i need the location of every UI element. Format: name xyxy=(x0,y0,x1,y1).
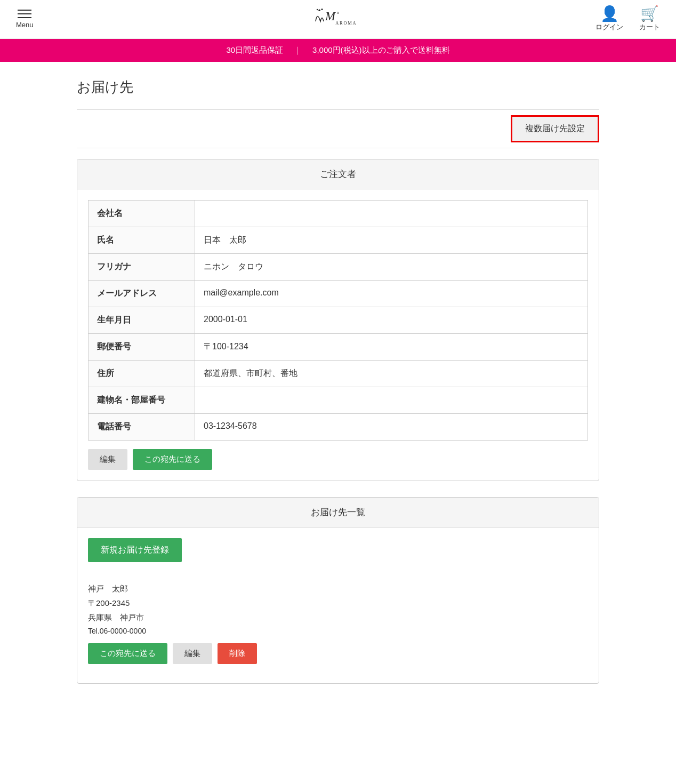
edit-address-button[interactable]: 編集 xyxy=(173,643,212,664)
field-label: 郵便番号 xyxy=(88,334,195,361)
field-value: 〒100-1234 xyxy=(195,334,588,361)
hamburger-icon xyxy=(18,10,31,18)
multi-delivery-button[interactable]: 複数届け先設定 xyxy=(511,115,599,142)
multi-delivery-row: 複数届け先設定 xyxy=(77,109,599,148)
field-value: 03-1234-5678 xyxy=(195,414,588,441)
field-value xyxy=(195,387,588,414)
banner-text2: 3,000円(税込)以上のご購入で送料無料 xyxy=(312,45,450,55)
site-logo[interactable]: M R AROMA xyxy=(306,6,370,33)
field-label: フリガナ xyxy=(88,254,195,281)
order-edit-button[interactable]: 編集 xyxy=(88,449,127,470)
address-name: 神戸 太郎 xyxy=(88,581,588,596)
table-row: 郵便番号 〒100-1234 xyxy=(88,334,588,361)
delivery-section-header: お届け先一覧 xyxy=(77,498,599,527)
banner-divider: ｜ xyxy=(294,45,302,55)
main-content: お届け先 複数届け先設定 ご注文者 会社名 氏名 日本 太郎 フリガナ ニホン … xyxy=(66,62,610,732)
ship-here-button[interactable]: この宛先に送る xyxy=(88,643,167,664)
svg-point-5 xyxy=(317,9,318,10)
table-row: 生年月日 2000-01-01 xyxy=(88,307,588,334)
order-info-table: 会社名 氏名 日本 太郎 フリガナ ニホン タロウ メールアドレス mail@e… xyxy=(88,200,588,441)
order-section-header: ご注文者 xyxy=(77,159,599,189)
login-button[interactable]: 👤 ログイン xyxy=(595,6,623,32)
field-value xyxy=(195,201,588,227)
field-value: mail@example.com xyxy=(195,281,588,307)
order-section: ご注文者 会社名 氏名 日本 太郎 フリガナ ニホン タロウ メールアドレス m… xyxy=(77,159,599,481)
svg-text:R: R xyxy=(337,11,340,14)
delivery-section: お届け先一覧 新規お届け先登録 神戸 太郎 〒200-2345 兵庫県 神戸市 … xyxy=(77,497,599,684)
svg-point-3 xyxy=(318,9,320,11)
field-label: 会社名 xyxy=(88,201,195,227)
table-row: 電話番号 03-1234-5678 xyxy=(88,414,588,441)
header-actions: 👤 ログイン 🛒 カート xyxy=(595,6,660,32)
svg-text:AROMA: AROMA xyxy=(335,21,357,26)
field-label: 建物名・部屋番号 xyxy=(88,387,195,414)
field-label: 電話番号 xyxy=(88,414,195,441)
promo-banner: 30日間返品保証 ｜ 3,000円(税込)以上のご購入で送料無料 xyxy=(0,39,676,62)
order-action-buttons: 編集 この宛先に送る xyxy=(88,449,588,470)
address-tel: Tel.06-0000-0000 xyxy=(88,625,588,638)
table-row: 住所 都道府県、市町村、番地 xyxy=(88,361,588,387)
delete-address-button[interactable]: 削除 xyxy=(218,643,257,664)
login-label: ログイン xyxy=(595,22,623,32)
menu-label: Menu xyxy=(16,21,34,29)
table-row: 氏名 日本 太郎 xyxy=(88,227,588,254)
field-label: メールアドレス xyxy=(88,281,195,307)
logo-svg: M R AROMA xyxy=(306,6,370,33)
cart-icon: 🛒 xyxy=(640,6,659,21)
svg-text:M: M xyxy=(325,10,336,23)
register-delivery-button[interactable]: 新規お届け先登録 xyxy=(88,538,182,562)
address-postal: 〒200-2345 xyxy=(88,596,588,610)
site-header: Menu M R AROMA 👤 ログイン 🛒 カート xyxy=(0,0,676,39)
cart-label: カート xyxy=(639,22,660,32)
field-value: ニホン タロウ xyxy=(195,254,588,281)
menu-button[interactable]: Menu xyxy=(16,10,34,29)
address-city: 兵庫県 神戸市 xyxy=(88,610,588,625)
delivery-section-body: 新規お届け先登録 神戸 太郎 〒200-2345 兵庫県 神戸市 Tel.06-… xyxy=(77,527,599,683)
table-row: 建物名・部屋番号 xyxy=(88,387,588,414)
delivery-entries: 神戸 太郎 〒200-2345 兵庫県 神戸市 Tel.06-0000-0000… xyxy=(88,573,588,673)
table-row: メールアドレス mail@example.com xyxy=(88,281,588,307)
page-title: お届け先 xyxy=(77,78,599,97)
field-label: 生年月日 xyxy=(88,307,195,334)
table-row: フリガナ ニホン タロウ xyxy=(88,254,588,281)
table-row: 会社名 xyxy=(88,201,588,227)
field-label: 氏名 xyxy=(88,227,195,254)
list-item: 神戸 太郎 〒200-2345 兵庫県 神戸市 Tel.06-0000-0000… xyxy=(88,573,588,673)
field-label: 住所 xyxy=(88,361,195,387)
address-action-buttons: この宛先に送る 編集 削除 xyxy=(88,643,588,664)
field-value: 都道府県、市町村、番地 xyxy=(195,361,588,387)
field-value: 2000-01-01 xyxy=(195,307,588,334)
order-ship-button[interactable]: この宛先に送る xyxy=(133,449,212,470)
svg-point-4 xyxy=(321,9,323,10)
order-section-body: 会社名 氏名 日本 太郎 フリガナ ニホン タロウ メールアドレス mail@e… xyxy=(77,189,599,481)
banner-text1: 30日間返品保証 xyxy=(226,45,283,55)
field-value: 日本 太郎 xyxy=(195,227,588,254)
cart-button[interactable]: 🛒 カート xyxy=(639,6,660,32)
user-icon: 👤 xyxy=(600,6,619,21)
